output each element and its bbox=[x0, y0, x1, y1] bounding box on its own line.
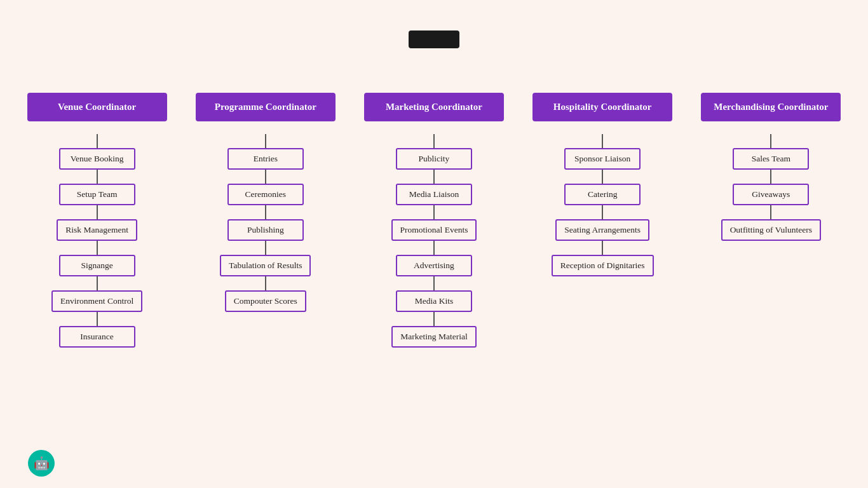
connector-line bbox=[770, 205, 771, 219]
connector-line bbox=[770, 170, 771, 184]
list-item: Catering bbox=[532, 170, 672, 205]
child-node-venue-4: Environment Control bbox=[51, 290, 142, 312]
list-item: Media Kits bbox=[364, 276, 504, 312]
connector-line bbox=[433, 134, 435, 148]
child-node-programme-0: Entries bbox=[227, 148, 304, 170]
coordinator-col-hospitality: Hospitality CoordinatorSponsor LiaisonCa… bbox=[532, 93, 672, 348]
child-node-programme-1: Ceremonies bbox=[227, 184, 304, 205]
connector-line bbox=[97, 170, 98, 184]
coordinator-node-programme: Programme Coordinator bbox=[196, 93, 336, 121]
child-node-hospitality-2: Seating Arrangements bbox=[555, 219, 649, 241]
child-node-marketing-3: Advertising bbox=[396, 255, 472, 276]
coordinator-row: Venue CoordinatorVenue BookingSetup Team… bbox=[6, 93, 862, 348]
connector-line bbox=[433, 205, 435, 219]
list-item: Compouter Scores bbox=[196, 276, 336, 312]
connector-line bbox=[770, 134, 771, 148]
child-node-merchandising-2: Outfitting of Vulunteers bbox=[721, 219, 821, 241]
list-item: Setup Team bbox=[27, 170, 167, 205]
list-item: Sales Team bbox=[701, 134, 841, 170]
list-item: Sponsor Liaison bbox=[532, 134, 672, 170]
connector-line bbox=[265, 205, 266, 219]
connector-line bbox=[265, 170, 266, 184]
connector-line bbox=[265, 134, 266, 148]
root-node bbox=[409, 30, 459, 48]
list-item: Marketing Material bbox=[364, 312, 504, 348]
child-node-venue-1: Setup Team bbox=[59, 184, 135, 205]
connector-line bbox=[433, 276, 435, 290]
coordinator-col-venue: Venue CoordinatorVenue BookingSetup Team… bbox=[27, 93, 167, 348]
child-node-marketing-0: Publicity bbox=[396, 148, 472, 170]
connector-line bbox=[602, 134, 603, 148]
list-item: Venue Booking bbox=[27, 134, 167, 170]
coordinator-node-venue: Venue Coordinator bbox=[27, 93, 167, 121]
child-node-marketing-5: Marketing Material bbox=[391, 326, 476, 348]
child-node-hospitality-1: Catering bbox=[564, 184, 641, 205]
coordinator-col-merchandising: Merchandising CoordinatorSales TeamGivea… bbox=[701, 93, 841, 348]
connector-line bbox=[602, 170, 603, 184]
coordinator-col-marketing: Marketing CoordinatorPublicityMedia Liai… bbox=[364, 93, 504, 348]
connector-line bbox=[265, 276, 266, 290]
bot-icon[interactable]: 🤖 bbox=[28, 450, 55, 477]
list-item: Publishing bbox=[196, 205, 336, 241]
list-item: Giveaways bbox=[701, 170, 841, 205]
child-node-venue-2: Risk Management bbox=[57, 219, 137, 241]
list-item: Seating Arrangements bbox=[532, 205, 672, 241]
connector-line bbox=[97, 276, 98, 290]
child-node-programme-3: Tabulation of Results bbox=[220, 255, 311, 276]
coordinator-node-merchandising: Merchandising Coordinator bbox=[701, 93, 841, 121]
child-node-hospitality-3: Reception of Dignitaries bbox=[552, 255, 654, 276]
connector-line bbox=[433, 170, 435, 184]
connector-line bbox=[602, 241, 603, 255]
list-item: Advertising bbox=[364, 241, 504, 276]
connector-line bbox=[97, 241, 98, 255]
connector-line bbox=[602, 205, 603, 219]
list-item: Reception of Dignitaries bbox=[532, 241, 672, 276]
list-item: Promotional Events bbox=[364, 205, 504, 241]
child-node-marketing-4: Media Kits bbox=[396, 290, 472, 312]
child-node-hospitality-0: Sponsor Liaison bbox=[564, 148, 641, 170]
connector-line bbox=[97, 134, 98, 148]
child-node-merchandising-1: Giveaways bbox=[733, 184, 809, 205]
page-title bbox=[0, 0, 868, 30]
children-list-programme: EntriesCeremoniesPublishingTabulation of… bbox=[196, 134, 336, 312]
coordinator-node-marketing: Marketing Coordinator bbox=[364, 93, 504, 121]
children-list-merchandising: Sales TeamGiveawaysOutfitting of Vulunte… bbox=[701, 134, 841, 241]
child-node-programme-2: Publishing bbox=[227, 219, 304, 241]
coordinator-node-hospitality: Hospitality Coordinator bbox=[532, 93, 672, 121]
list-item: Ceremonies bbox=[196, 170, 336, 205]
list-item: Media Liaison bbox=[364, 170, 504, 205]
org-chart: Venue CoordinatorVenue BookingSetup Team… bbox=[0, 30, 868, 348]
connector-line bbox=[265, 241, 266, 255]
connector-line bbox=[97, 205, 98, 219]
connector-line bbox=[97, 312, 98, 326]
child-node-venue-0: Venue Booking bbox=[59, 148, 135, 170]
connector-line bbox=[433, 241, 435, 255]
list-item: Publicity bbox=[364, 134, 504, 170]
child-node-venue-3: Signange bbox=[59, 255, 135, 276]
child-node-marketing-1: Media Liaison bbox=[396, 184, 472, 205]
coordinator-col-programme: Programme CoordinatorEntriesCeremoniesPu… bbox=[196, 93, 336, 348]
list-item: Risk Management bbox=[27, 205, 167, 241]
list-item: Environment Control bbox=[27, 276, 167, 312]
connector-line bbox=[433, 312, 435, 326]
child-node-venue-5: Insurance bbox=[59, 326, 135, 348]
child-node-marketing-2: Promotional Events bbox=[391, 219, 477, 241]
children-list-marketing: PublicityMedia LiaisonPromotional Events… bbox=[364, 134, 504, 348]
list-item: Insurance bbox=[27, 312, 167, 348]
child-node-programme-4: Compouter Scores bbox=[225, 290, 306, 312]
children-list-venue: Venue BookingSetup TeamRisk ManagementSi… bbox=[27, 134, 167, 348]
list-item: Outfitting of Vulunteers bbox=[701, 205, 841, 241]
children-list-hospitality: Sponsor LiaisonCateringSeating Arrangeme… bbox=[532, 134, 672, 276]
child-node-merchandising-0: Sales Team bbox=[733, 148, 809, 170]
list-item: Tabulation of Results bbox=[196, 241, 336, 276]
list-item: Signange bbox=[27, 241, 167, 276]
list-item: Entries bbox=[196, 134, 336, 170]
